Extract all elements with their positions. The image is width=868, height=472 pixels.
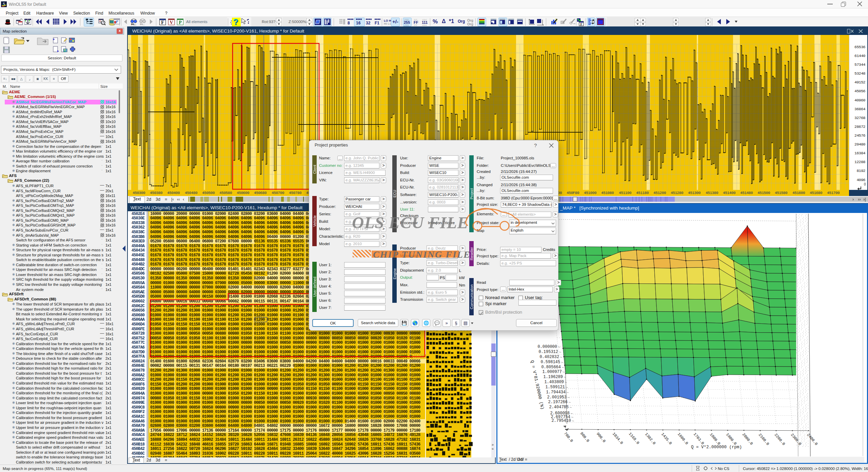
svg-text:2.404785: 2.404785 — [549, 405, 569, 410]
svg-text:F1: F1 — [375, 21, 379, 25]
svg-text:2000.0: 2000.0 — [742, 432, 754, 446]
svg-text:P: P — [179, 20, 182, 25]
svg-text:1302.0: 1302.0 — [644, 432, 657, 446]
svg-text:255: 255 — [404, 24, 409, 26]
svg-text:2.001953: 2.001953 — [547, 395, 567, 400]
svg-text:F: F — [161, 20, 164, 25]
svg-text:16: 16 — [356, 21, 361, 25]
svg-text:Org: Org — [467, 19, 473, 22]
svg-text:0.805664: 0.805664 — [541, 365, 561, 370]
svg-text:444: 444 — [422, 24, 427, 26]
svg-text:FF: FF — [414, 24, 417, 26]
svg-text:0.598145: 0.598145 — [540, 360, 560, 365]
svg-text:IHL..: IHL.. — [131, 23, 136, 25]
svg-text:1.599121: 1.599121 — [545, 385, 565, 390]
svg-text:2400.0: 2400.0 — [806, 433, 819, 446]
svg-text:Org: Org — [467, 22, 473, 26]
svg-text:1168.0: 1168.0 — [628, 432, 640, 445]
svg-text:V: V — [170, 20, 173, 25]
svg-text:?: ? — [246, 18, 249, 25]
svg-text:1.196289: 1.196289 — [543, 375, 563, 379]
svg-text:1600.0: 1600.0 — [677, 432, 689, 446]
svg-text:1435.0: 1435.0 — [660, 432, 673, 446]
svg-text:1900.0: 1900.0 — [725, 432, 738, 446]
svg-text:2.795410: 2.795410 — [551, 418, 571, 423]
svg-text:0.195312: 0.195312 — [538, 350, 558, 354]
svg-text:F: F — [580, 22, 582, 26]
svg-text:2.197266: 2.197266 — [548, 400, 568, 405]
svg-text:2100.0: 2100.0 — [758, 433, 770, 446]
svg-text:1703.0: 1703.0 — [693, 432, 705, 446]
svg-text:700.0: 700.0 — [563, 431, 574, 443]
svg-text:800.0: 800.0 — [579, 431, 590, 443]
svg-text:900.0: 900.0 — [596, 432, 607, 444]
svg-text:0.000000: 0.000000 — [537, 345, 557, 349]
svg-text:32: 32 — [366, 21, 371, 25]
svg-text:8: 8 — [348, 21, 350, 25]
svg-text:1.403809: 1.403809 — [544, 380, 564, 385]
svg-text:1800.0: 1800.0 — [709, 432, 722, 446]
svg-text:1.794434: 1.794434 — [546, 390, 566, 395]
svg-text:1.000977: 1.000977 — [542, 370, 562, 374]
svg-text:2300.0: 2300.0 — [790, 433, 803, 446]
svg-text:IHL..: IHL.. — [140, 23, 145, 25]
svg-text:2200.0: 2200.0 — [774, 433, 786, 446]
svg-text:0.402832: 0.402832 — [539, 355, 559, 359]
svg-text:1034.0: 1034.0 — [612, 432, 624, 445]
svg-text:Q = V*2.000000 (rpm): Q = V*2.000000 (rpm) — [691, 445, 742, 450]
